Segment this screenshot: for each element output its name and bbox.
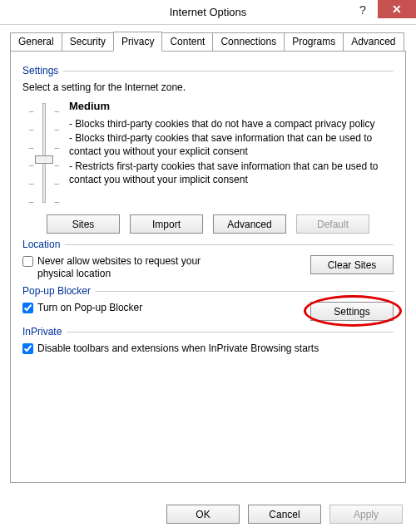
close-icon: ✕: [392, 2, 402, 16]
group-location-label: Location: [22, 239, 60, 250]
group-inprivate: InPrivate: [22, 326, 394, 337]
clear-sites-button[interactable]: Clear Sites: [310, 255, 394, 274]
group-popup: Pop-up Blocker: [22, 285, 394, 297]
location-checkbox-label: Never allow websites to request your phy…: [37, 255, 229, 280]
tab-privacy[interactable]: Privacy: [113, 32, 162, 52]
location-checkbox[interactable]: [22, 256, 33, 267]
divider: [67, 332, 394, 332]
inprivate-checkbox[interactable]: [22, 343, 33, 354]
divider: [63, 71, 394, 71]
group-location: Location: [22, 239, 394, 250]
inprivate-checkbox-label: Disable toolbars and extensions when InP…: [37, 342, 394, 355]
tab-programs[interactable]: Programs: [284, 32, 344, 52]
default-button: Default: [296, 214, 369, 234]
zone-instruction: Select a setting for the Internet zone.: [22, 81, 394, 93]
apply-button: Apply: [329, 505, 403, 524]
group-inprivate-label: InPrivate: [22, 326, 62, 337]
import-button[interactable]: Import: [130, 214, 203, 234]
tab-advanced[interactable]: Advanced: [343, 32, 404, 52]
ok-button[interactable]: OK: [166, 505, 240, 524]
cancel-button[interactable]: Cancel: [248, 505, 321, 524]
popup-checkbox-label: Turn on Pop-up Blocker: [37, 302, 310, 314]
privacy-bullet: - Restricts first-party cookies that sav…: [69, 160, 394, 186]
tab-content[interactable]: Content: [161, 32, 213, 52]
titlebar: Internet Options ? ✕: [0, 0, 416, 25]
advanced-button[interactable]: Advanced: [213, 214, 286, 234]
sites-button[interactable]: Sites: [47, 214, 120, 234]
group-settings: Settings: [22, 65, 394, 76]
privacy-slider[interactable]: ______ ______: [22, 100, 66, 206]
help-button[interactable]: ?: [348, 0, 378, 18]
privacy-level: Medium: [69, 100, 394, 112]
tab-security[interactable]: Security: [62, 32, 114, 52]
close-button[interactable]: ✕: [378, 0, 416, 18]
divider: [96, 291, 394, 292]
window-title: Internet Options: [170, 6, 247, 18]
tab-connections[interactable]: Connections: [212, 32, 285, 52]
slider-track: [42, 103, 46, 203]
tabpanel-privacy: Settings Select a setting for the Intern…: [10, 51, 406, 483]
help-icon: ?: [359, 2, 366, 17]
slider-thumb[interactable]: [35, 155, 53, 164]
popup-checkbox[interactable]: [22, 303, 33, 313]
privacy-bullet: - Blocks third-party cookies that save i…: [69, 131, 394, 158]
dialog-footer: OK Cancel Apply: [166, 505, 403, 524]
group-settings-label: Settings: [22, 65, 58, 76]
group-popup-label: Pop-up Blocker: [22, 285, 91, 297]
tab-general[interactable]: General: [10, 32, 62, 52]
divider: [65, 244, 394, 245]
privacy-bullet: - Blocks third-party cookies that do not…: [69, 117, 394, 131]
popup-settings-button[interactable]: Settings: [310, 302, 394, 321]
tabstrip: General Security Privacy Content Connect…: [10, 32, 406, 51]
